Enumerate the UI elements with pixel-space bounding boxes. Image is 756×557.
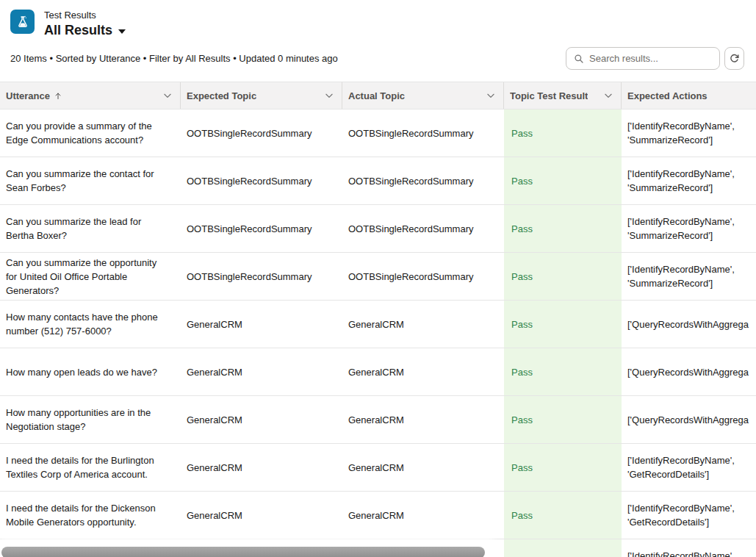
cell-actual-topic: OOTBSingleRecordSummary: [342, 109, 504, 157]
cell-topic-test-result: Pass: [504, 539, 622, 557]
chevron-down-icon[interactable]: [324, 90, 334, 101]
list-toolbar: 20 Items • Sorted by Utterance • Filter …: [0, 46, 756, 82]
cell-topic-test-result: Pass: [504, 205, 622, 252]
column-label: Expected Actions: [627, 90, 708, 101]
chevron-down-icon[interactable]: [603, 90, 613, 101]
cell-actual-topic: GeneralCRM: [342, 492, 504, 539]
cell-expected-actions: ['IdentifyRecordByName', 'GetRecordDetai…: [622, 539, 756, 557]
cell-actual-topic: OOTBSingleRecordSummary: [342, 253, 504, 300]
cell-expected-actions: ['QueryRecordsWithAggrega: [622, 301, 756, 348]
chevron-down-icon[interactable]: [162, 90, 173, 101]
list-view-selector[interactable]: All Results: [44, 23, 126, 38]
cell-expected-actions: ['QueryRecordsWithAggrega: [622, 396, 756, 443]
cell-actual-topic: OOTBSingleRecordSummary: [342, 205, 504, 252]
cell-expected-topic: OOTBSingleRecordSummary: [181, 253, 342, 300]
cell-topic-test-result: Pass: [504, 492, 622, 539]
cell-actual-topic: GeneralCRM: [342, 301, 504, 348]
column-header-expected-topic[interactable]: Expected Topic: [181, 82, 342, 109]
cell-utterance: Can you summarize the lead for Bertha Bo…: [0, 205, 181, 252]
refresh-button[interactable]: [724, 47, 744, 70]
cell-expected-actions: ['QueryRecordsWithAggrega: [622, 348, 756, 395]
table-row[interactable]: Can you summarize the opportunity for Un…: [0, 253, 756, 301]
search-icon: [574, 54, 584, 64]
cell-expected-topic: OOTBSingleRecordSummary: [181, 109, 342, 157]
cell-utterance: Can you summarize the contact for Sean F…: [0, 157, 181, 204]
table-row[interactable]: I need the details for the Burlington Te…: [0, 444, 756, 492]
cell-utterance: Can you provide a summary of the Edge Co…: [0, 109, 181, 157]
table-row[interactable]: How many contacts have the phone number …: [0, 301, 756, 348]
column-label: Topic Test Result: [510, 90, 588, 101]
column-label: Actual Topic: [348, 90, 405, 101]
column-header-actual-topic[interactable]: Actual Topic: [342, 82, 504, 109]
cell-utterance: How many contacts have the phone number …: [0, 301, 181, 348]
flask-icon: [10, 10, 35, 34]
cell-utterance: I need the details for the Dickenson Mob…: [0, 492, 181, 539]
cell-utterance: I need the details for the Burlington Te…: [0, 444, 181, 491]
cell-expected-actions: ['IdentifyRecordByName', 'SummarizeRecor…: [622, 253, 756, 300]
caret-down-icon: [118, 29, 126, 34]
list-summary: 20 Items • Sorted by Utterance • Filter …: [10, 47, 338, 70]
refresh-icon: [729, 53, 740, 64]
cell-actual-topic: GeneralCRM: [342, 348, 504, 395]
toolbar-actions: [566, 47, 744, 70]
column-label: Expected Topic: [187, 90, 256, 101]
chevron-down-icon[interactable]: [486, 90, 496, 101]
test-results-app: Test Results All Results 20 Items • Sort…: [0, 0, 756, 557]
cell-topic-test-result: Pass: [504, 109, 622, 157]
table-row[interactable]: Can you summarize the contact for Sean F…: [0, 157, 756, 205]
cell-expected-actions: ['IdentifyRecordByName', 'SummarizeRecor…: [622, 205, 756, 252]
cell-expected-topic: GeneralCRM: [181, 396, 342, 443]
cell-actual-topic: GeneralCRM: [342, 444, 504, 491]
column-header-utterance[interactable]: Utterance: [0, 82, 181, 109]
cell-topic-test-result: Pass: [504, 348, 622, 395]
entity-label: Test Results: [44, 10, 126, 21]
cell-topic-test-result: Pass: [504, 157, 622, 204]
title-block: Test Results All Results: [44, 10, 126, 38]
cell-expected-topic: GeneralCRM: [181, 492, 342, 539]
cell-expected-actions: ['IdentifyRecordByName', 'SummarizeRecor…: [622, 109, 756, 157]
cell-topic-test-result: Pass: [504, 301, 622, 348]
column-label: Utterance: [6, 90, 50, 101]
cell-topic-test-result: Pass: [504, 444, 622, 491]
search-input[interactable]: [589, 53, 719, 64]
cell-expected-topic: OOTBSingleRecordSummary: [181, 205, 342, 252]
cell-topic-test-result: Pass: [504, 253, 622, 300]
column-header-topic-test-result[interactable]: Topic Test Result: [504, 82, 622, 109]
cell-actual-topic: OOTBSingleRecordSummary: [342, 157, 504, 204]
cell-expected-topic: OOTBSingleRecordSummary: [181, 157, 342, 204]
cell-utterance: How many open leads do we have?: [0, 348, 181, 395]
search-box[interactable]: [566, 47, 720, 70]
cell-expected-actions: ['IdentifyRecordByName', 'GetRecordDetai…: [622, 444, 756, 491]
table-header-row: Utterance Expected Topic Actual Topic: [0, 82, 756, 109]
cell-utterance: How many opportunities are in the Negoti…: [0, 396, 181, 443]
page-header: Test Results All Results: [0, 0, 756, 46]
view-name: All Results: [44, 23, 112, 38]
cell-expected-actions: ['IdentifyRecordByName', 'SummarizeRecor…: [622, 157, 756, 204]
cell-utterance: Can you summarize the opportunity for Un…: [0, 253, 181, 300]
horizontal-scrollbar-thumb[interactable]: [1, 547, 485, 557]
cell-topic-test-result: Pass: [504, 396, 622, 443]
cell-expected-topic: GeneralCRM: [181, 444, 342, 491]
cell-actual-topic: GeneralCRM: [342, 396, 504, 443]
arrow-up-icon: [54, 91, 62, 101]
column-header-expected-actions[interactable]: Expected Actions: [622, 82, 756, 109]
results-table: Utterance Expected Topic Actual Topic: [0, 82, 756, 557]
cell-expected-topic: GeneralCRM: [181, 301, 342, 348]
table-row[interactable]: How many open leads do we have? GeneralC…: [0, 348, 756, 396]
table-row[interactable]: Can you provide a summary of the Edge Co…: [0, 109, 756, 157]
cell-expected-actions: ['IdentifyRecordByName', 'GetRecordDetai…: [622, 492, 756, 539]
table-row[interactable]: Can you summarize the lead for Bertha Bo…: [0, 205, 756, 253]
cell-expected-topic: GeneralCRM: [181, 348, 342, 395]
table-body: Can you provide a summary of the Edge Co…: [0, 109, 756, 557]
table-row[interactable]: How many opportunities are in the Negoti…: [0, 396, 756, 444]
table-row[interactable]: I need the details for the Dickenson Mob…: [0, 492, 756, 539]
